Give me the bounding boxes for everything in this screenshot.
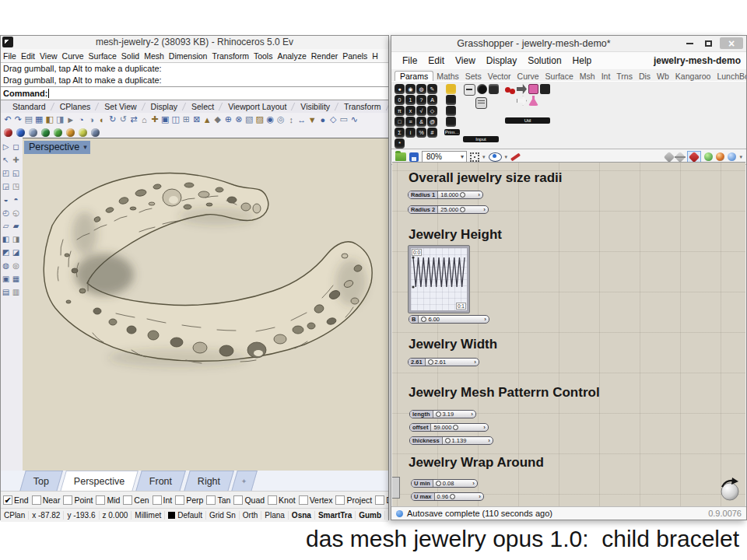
display-green-icon[interactable] [704, 152, 713, 161]
status-segment[interactable]: Osna [289, 511, 315, 520]
osnap-toggle[interactable]: Di [375, 495, 388, 505]
osnap-toggle[interactable]: Knot [268, 495, 296, 505]
side-tool-icon[interactable]: ◧ [1, 233, 11, 246]
component-tab[interactable]: Kangaroo [672, 72, 714, 81]
toolbar-tab[interactable]: Display [144, 102, 184, 111]
cherry-picker-icon[interactable] [505, 84, 515, 94]
toolbar-tab[interactable]: Set View [97, 102, 143, 111]
rhino-title-bar[interactable]: mesh-jewelry-2 (38093 KB) - Rhinoceros 5… [1, 36, 388, 49]
u-min-slider[interactable]: U min 0.08 › [411, 479, 478, 488]
toolbar-icon[interactable]: ↕ [286, 115, 297, 124]
save-icon[interactable] [409, 152, 419, 162]
maximize-icon[interactable] [700, 37, 717, 49]
osnap-toggle[interactable]: ✔ End [3, 495, 29, 505]
slider-handle[interactable] [436, 411, 441, 417]
checkbox[interactable] [153, 495, 162, 505]
rhino-menu-item[interactable]: H [370, 51, 381, 61]
slider-handle[interactable] [460, 192, 465, 198]
radius-2-slider[interactable]: Radius 2 25.000 › [408, 205, 489, 214]
grasshopper-menu-item[interactable]: Solution [522, 55, 566, 66]
zoom-extents-icon[interactable] [470, 152, 479, 162]
side-tool-icon[interactable]: ◻ [11, 140, 21, 153]
component-icon[interactable]: ≡ [405, 117, 416, 127]
component-icon[interactable]: 1 [405, 95, 416, 105]
knob-icon[interactable] [477, 84, 487, 94]
checkbox[interactable]: ✔ [3, 495, 12, 505]
u-max-slider[interactable]: U max 0.96 › [411, 492, 484, 501]
toolbar-icon[interactable]: ↷ [13, 114, 24, 124]
checkbox[interactable] [32, 495, 41, 505]
toolbar-icon[interactable]: ◨ [55, 114, 66, 124]
side-tool-icon[interactable]: ◱ [11, 166, 21, 180]
command-input[interactable]: Command: [1, 86, 388, 100]
component-icon[interactable]: @ [427, 117, 437, 127]
render-yellow-icon[interactable] [79, 128, 87, 137]
toolbar-icon[interactable]: ◆ [212, 114, 223, 124]
component-icon[interactable]: & [416, 117, 426, 127]
component-tab[interactable]: Sets [462, 72, 485, 81]
rhino-menu-item[interactable]: Transform [209, 51, 251, 61]
grasshopper-menu-item[interactable]: View [450, 55, 481, 66]
osnap-toggle[interactable]: Mid [96, 495, 120, 505]
component-icon[interactable]: i [405, 128, 416, 138]
checkbox[interactable] [268, 495, 277, 505]
preview-off-icon[interactable] [664, 151, 675, 162]
side-tool-icon[interactable]: ▦ [11, 272, 21, 285]
toolbar-icon[interactable]: ◑ [86, 115, 97, 124]
data-tree-icon[interactable] [540, 84, 550, 94]
side-tool-icon[interactable]: ▱ [1, 219, 11, 233]
display-orange-icon[interactable] [716, 152, 724, 161]
toolbar-icon[interactable]: ▭ [338, 114, 349, 124]
osnap-toggle[interactable]: Int [153, 495, 173, 505]
rhino-menu-item[interactable]: Dimension [167, 51, 210, 61]
component-icon[interactable]: * [395, 138, 405, 149]
grasshopper-menu-item[interactable]: Help [567, 55, 598, 66]
component-tab[interactable]: Params [395, 71, 433, 81]
side-tool-icon[interactable]: ◴ [1, 206, 11, 219]
osnap-toggle[interactable]: Point [63, 495, 93, 505]
offset-slider[interactable]: offset 59.000 › [409, 423, 489, 432]
primitive-icon[interactable] [446, 84, 456, 94]
toolbar-icon[interactable]: ▤ [23, 114, 34, 124]
status-segment[interactable]: x -87.82 [29, 511, 64, 520]
status-segment[interactable]: Gumb [356, 511, 385, 520]
thickness-slider[interactable]: thickness 1.139 › [409, 436, 493, 445]
toolbar-icon[interactable]: ◇ [328, 114, 339, 124]
osnap-toggle[interactable]: Cen [123, 495, 149, 505]
toolbar-icon[interactable]: ◎ [275, 114, 286, 124]
checkbox[interactable] [96, 495, 105, 505]
component-tab[interactable]: Msh [577, 72, 598, 81]
component-icon[interactable]: ◇ [427, 106, 437, 116]
rhino-menu-item[interactable]: Surface [86, 51, 119, 61]
rhino-menu-item[interactable]: Edit [19, 51, 37, 61]
panel-icon[interactable] [475, 97, 487, 109]
toolbar-icon[interactable]: ▲ [202, 115, 213, 124]
toolbar-icon[interactable]: ◧ [44, 114, 55, 124]
display-blue-icon[interactable] [728, 152, 736, 161]
rhino-menu-item[interactable]: Curve [60, 51, 86, 61]
rhino-menu-item[interactable]: Panels [340, 51, 370, 61]
toolbar-icon[interactable]: ● [317, 115, 328, 124]
component-icon[interactable]: # [427, 128, 437, 138]
side-tool-icon[interactable]: ◓ [11, 193, 21, 206]
toolbar-tab[interactable]: Transform [337, 102, 388, 111]
toolbar-icon[interactable]: ▦ [34, 114, 45, 124]
slider-handle[interactable] [436, 481, 441, 486]
side-tool-icon[interactable]: ◲ [1, 180, 11, 193]
sketch-tool-icon[interactable] [510, 152, 521, 161]
component-tab[interactable]: Curve [514, 72, 542, 81]
flask-icon[interactable] [528, 96, 538, 106]
component-icon[interactable]: 0 [395, 95, 405, 105]
relay-icon[interactable] [517, 84, 527, 94]
grasshopper-menu-item[interactable]: Display [481, 55, 522, 66]
render-cone-icon[interactable] [66, 128, 75, 137]
side-tool-icon[interactable]: ◵ [11, 206, 21, 219]
side-tool-icon[interactable]: ◎ [11, 259, 21, 272]
render-green-sphere-icon[interactable] [41, 128, 50, 137]
checkbox[interactable] [123, 495, 132, 505]
component-icon[interactable]: x [405, 106, 416, 116]
b-slider[interactable]: B 6.00 › [409, 315, 489, 324]
viewport-tab[interactable]: Perspective [60, 471, 139, 491]
checkbox[interactable] [299, 495, 308, 505]
checkbox[interactable] [206, 495, 216, 505]
